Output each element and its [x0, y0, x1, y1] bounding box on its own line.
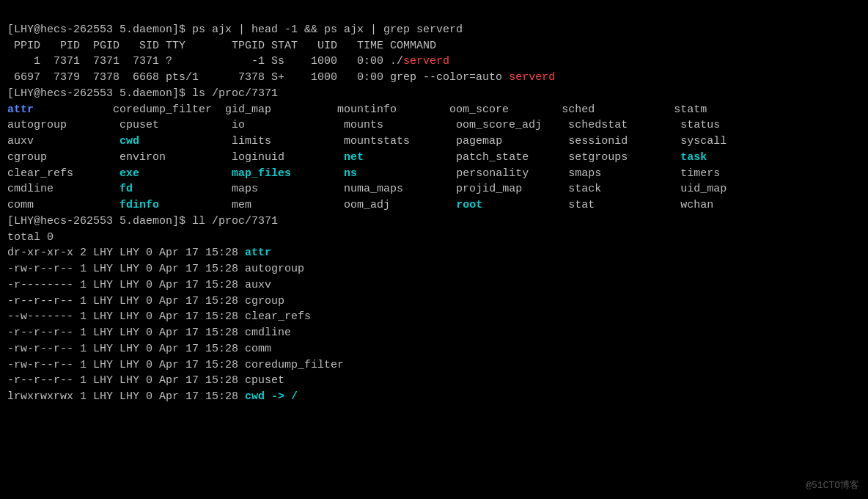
ll-coredump: -rw-r--r-- 1 LHY LHY 0 Apr 17 15:28 core… — [7, 359, 344, 371]
ll-auxv: -r-------- 1 LHY LHY 0 Apr 17 15:28 auxv — [7, 279, 271, 291]
task-entry: task — [680, 151, 707, 164]
ls-row4: cgroup environ loginuid net patch_state … — [7, 151, 707, 164]
ll-cmdline: -r--r--r-- 1 LHY LHY 0 Apr 17 15:28 cmdl… — [7, 327, 291, 339]
proc2-line: 6697 7379 7378 6668 pts/1 7378 S+ 1000 0… — [7, 71, 555, 84]
cmd1-line: [LHY@hecs-262553 5.daemon]$ ps ajx | hea… — [7, 23, 463, 36]
header-line: PPID PID PGID SID TTY TPGID STAT UID TIM… — [7, 40, 436, 52]
ls-row2: autogroup cpuset io mounts oom_score_adj… — [7, 119, 720, 131]
ll-comm: -rw-r--r-- 1 LHY LHY 0 Apr 17 15:28 comm — [7, 343, 271, 355]
cmd2-line: [LHY@hecs-262553 5.daemon]$ ls /proc/737… — [7, 87, 278, 100]
ll-autogroup: -rw-r--r-- 1 LHY LHY 0 Apr 17 15:28 auto… — [7, 263, 304, 275]
ls-row5: clear_refs exe map_files ns personality … — [7, 167, 720, 180]
proc1-line: 1 7371 7371 7371 ? -1 Ss 1000 0:00 ./ser… — [7, 55, 449, 68]
ll-clear-refs: --w------- 1 LHY LHY 0 Apr 17 15:28 clea… — [7, 310, 311, 323]
ll-cwd: lrwxrwxrwx 1 LHY LHY 0 Apr 17 15:28 cwd … — [7, 390, 298, 403]
root-entry: root — [456, 199, 482, 211]
cwd-ll: cwd -> / — [245, 390, 298, 403]
cmd3-line: [LHY@hecs-262553 5.daemon]$ ll /proc/737… — [7, 215, 278, 227]
net-entry: net — [344, 151, 364, 164]
ls-row6: cmdline fd maps numa_maps projid_map sta… — [7, 183, 727, 195]
ls-row1: attr coredump_filter gid_map mountinfo o… — [7, 103, 707, 116]
terminal: [LHY@hecs-262553 5.daemon]$ ps ajx | hea… — [7, 6, 861, 405]
ls-row3: auxv cwd limits mountstats pagemap sessi… — [7, 135, 727, 147]
ll-cpuset: -r--r--r-- 1 LHY LHY 0 Apr 17 15:28 cpus… — [7, 374, 284, 387]
total-line: total 0 — [7, 231, 54, 244]
serverd2: serverd — [509, 71, 555, 84]
ll-cgroup: -r--r--r-- 1 LHY LHY 0 Apr 17 15:28 cgro… — [7, 295, 284, 307]
fd-entry: fd — [119, 183, 133, 195]
ns-entry: ns — [344, 167, 357, 180]
map-files-entry: map_files — [232, 167, 291, 180]
exe-entry: exe — [119, 167, 139, 180]
watermark: @51CTO博客 — [806, 479, 859, 493]
cwd-entry: cwd — [119, 135, 139, 147]
attr-ll: attr — [245, 247, 271, 259]
attr-entry: attr — [7, 103, 34, 116]
fdinfo-entry: fdinfo — [119, 199, 159, 211]
serverd1: serverd — [403, 55, 449, 68]
ll-attr: dr-xr-xr-x 2 LHY LHY 0 Apr 17 15:28 attr — [7, 247, 271, 259]
ls-row7: comm fdinfo mem oom_adj root stat wchan — [7, 199, 713, 211]
